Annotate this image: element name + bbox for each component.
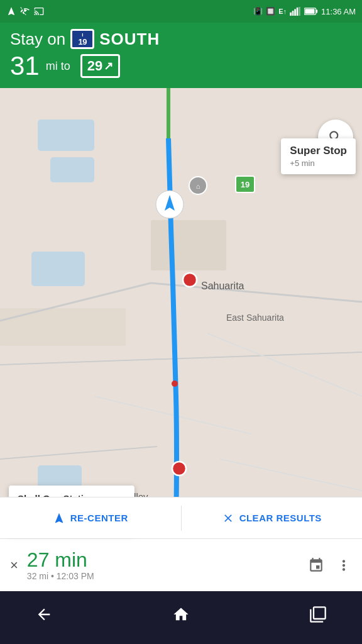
trip-separator: •: [51, 571, 54, 581]
svg-point-31: [172, 462, 186, 475]
stop-name: Super Stop: [290, 145, 347, 157]
trip-info: 27 min 32 mi • 12:03 PM: [27, 550, 308, 581]
status-right-icons: 📳 🔲 E↑ 11:36 AM: [253, 7, 356, 16]
svg-text:Sahuarita: Sahuarita: [201, 280, 244, 291]
exit-sign: 29 ↗: [80, 54, 120, 78]
recenter-button[interactable]: RE-CENTER: [0, 497, 181, 538]
navigation-icon: [6, 6, 16, 16]
status-bar: 📳 🔲 E↑ 11:36 AM: [0, 0, 362, 23]
wifi-off-icon: [20, 6, 30, 16]
back-button[interactable]: [25, 599, 63, 630]
svg-rect-11: [31, 252, 85, 286]
nav-distance: 31 mi to 29 ↗: [10, 53, 352, 79]
route-options-icon[interactable]: [308, 557, 324, 574]
svg-text:⌂: ⌂: [196, 182, 200, 190]
svg-rect-14: [0, 308, 126, 346]
home-icon: [172, 606, 190, 623]
stop-time: +5 min: [290, 158, 347, 168]
more-options-icon[interactable]: [336, 557, 352, 574]
highway-shield: I 19: [70, 29, 94, 49]
svg-rect-3: [297, 8, 299, 16]
time-display: 11:36 AM: [321, 7, 356, 16]
svg-rect-4: [299, 7, 300, 16]
svg-rect-2: [294, 9, 296, 16]
svg-rect-7: [305, 9, 314, 14]
super-stop-card: Super Stop +5 min: [281, 138, 356, 174]
svg-text:19: 19: [241, 180, 250, 189]
recents-icon: [309, 606, 327, 623]
battery-icon: [304, 8, 318, 15]
exit-arrow-icon: ↗: [104, 59, 113, 73]
svg-rect-9: [38, 119, 94, 151]
svg-point-30: [183, 273, 197, 287]
e-icon: E↑: [278, 8, 287, 15]
trip-details: 32 mi • 12:03 PM: [27, 571, 308, 581]
svg-rect-13: [151, 220, 226, 270]
svg-rect-10: [50, 157, 94, 182]
trip-duration: 27 min: [27, 550, 308, 570]
recenter-icon: [53, 512, 65, 525]
home-button[interactable]: [162, 599, 200, 630]
distance-unit: mi to: [46, 60, 70, 73]
svg-text:East Sahuarita: East Sahuarita: [226, 313, 284, 323]
trip-bar: × 27 min 32 mi • 12:03 PM: [0, 538, 362, 591]
sim-icon: 🔲: [266, 7, 275, 16]
svg-rect-0: [290, 13, 292, 16]
close-button[interactable]: ×: [10, 557, 18, 574]
recenter-label: RE-CENTER: [70, 513, 128, 523]
direction-text: SOUTH: [99, 30, 160, 49]
trip-icons: [308, 557, 352, 574]
svg-line-23: [168, 138, 170, 182]
signal-icon: [290, 7, 301, 16]
clear-results-label: CLEAR RESULTS: [239, 513, 322, 523]
trip-eta: 12:03 PM: [57, 571, 94, 581]
bottom-nav: [0, 591, 362, 644]
cast-icon: [34, 6, 44, 16]
svg-point-33: [172, 380, 178, 387]
phone-icon: 📳: [253, 7, 263, 16]
action-bar: RE-CENTER CLEAR RESULTS: [0, 497, 362, 538]
clear-results-button[interactable]: CLEAR RESULTS: [182, 497, 363, 538]
trip-distance: 32 mi: [27, 571, 48, 581]
back-icon: [35, 606, 53, 623]
exit-number: 29: [87, 58, 102, 74]
status-left-icons: [6, 6, 44, 16]
nav-instruction: Stay on I 19 SOUTH: [10, 29, 352, 49]
nav-header: Stay on I 19 SOUTH 31 mi to 29 ↗: [0, 23, 362, 88]
recents-button[interactable]: [299, 599, 337, 630]
svg-rect-1: [292, 11, 294, 16]
svg-rect-6: [316, 9, 318, 13]
instruction-text: Stay on: [10, 30, 65, 49]
clear-icon: [222, 512, 234, 525]
distance-number: 31: [10, 53, 40, 79]
